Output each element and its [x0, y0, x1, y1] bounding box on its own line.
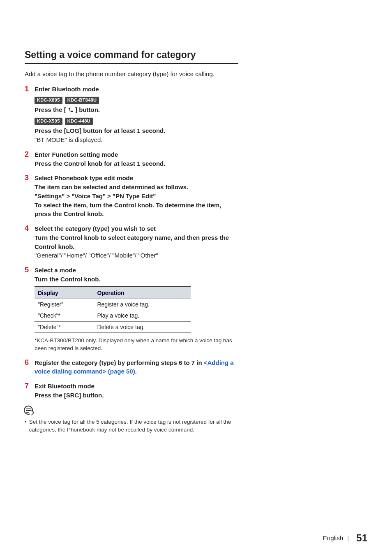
page-content: Setting a voice command for category Add…	[0, 0, 263, 450]
table-cell: "Delete"*	[35, 321, 94, 332]
step-title: Enter Bluetooth mode	[35, 85, 238, 94]
step-body: Enter Bluetooth mode KDC-X895 KDC-BT848U…	[35, 85, 238, 144]
badge: KDC-X895	[35, 97, 62, 104]
step-1: 1 Enter Bluetooth mode KDC-X895 KDC-BT84…	[25, 85, 238, 144]
step-instruction: Turn the Control knob.	[35, 275, 238, 284]
step-instruction: Press the [LOG] button for at least 1 se…	[35, 126, 238, 135]
step-instruction: To select the item, turn the Control kno…	[35, 201, 238, 219]
table-row: "Check"* Play a voice tag.	[35, 310, 191, 321]
step-2: 2 Enter Function setting mode Press the …	[25, 150, 238, 168]
step-body: Select the category (type) you wish to s…	[35, 224, 238, 260]
step-number: 2	[25, 150, 30, 159]
step-number: 7	[25, 382, 30, 391]
phone-icon	[68, 106, 74, 115]
note-block: • Set the voice tag for all the 5 catego…	[25, 406, 238, 434]
step-title: Enter Function setting mode	[35, 150, 238, 159]
step-title: Select a mode	[35, 266, 238, 275]
step-title: Register the category (type) by performi…	[35, 358, 238, 376]
step-body: Select a mode Turn the Control knob. Dis…	[35, 266, 238, 334]
badge: KDC-448U	[65, 118, 93, 125]
step-description: "BT MODE" is displayed.	[35, 135, 238, 144]
step-body: Register the category (type) by performi…	[35, 358, 238, 376]
table-header: Display	[35, 287, 94, 299]
step-5: 5 Select a mode Turn the Control knob. D…	[25, 266, 238, 352]
table-footnote: *KCA-BT300/BT200 only. Displayed only wh…	[35, 337, 238, 353]
modes-table: Display Operation "Register" Register a …	[35, 286, 191, 333]
step-instruction: Press the Control knob for at least 1 se…	[35, 159, 238, 168]
step-title: Exit Bluetooth mode	[35, 382, 238, 391]
step-7: 7 Exit Bluetooth mode Press the [SRC] bu…	[25, 382, 238, 400]
step-number: 1	[25, 85, 30, 94]
model-badges: KDC-X895 KDC-BT848U	[35, 95, 238, 104]
step-title: Select Phonebook type edit mode	[35, 174, 238, 183]
table-cell: "Register"	[35, 299, 94, 310]
chevron-right-icon: >	[66, 192, 70, 201]
table-cell: Register a voice tag.	[94, 299, 191, 310]
table-row: "Delete"* Delete a voice tag.	[35, 321, 191, 332]
step-body: Enter Function setting mode Press the Co…	[35, 150, 238, 168]
table-cell: Play a voice tag.	[94, 310, 191, 321]
step-3: 3 Select Phonebook type edit mode The it…	[25, 174, 238, 218]
table-row: "Register" Register a voice tag.	[35, 299, 191, 310]
steps-list: 1 Enter Bluetooth mode KDC-X895 KDC-BT84…	[25, 85, 238, 400]
badge: KDC-X595	[35, 118, 62, 125]
step-title: Select the category (type) you wish to s…	[35, 224, 238, 233]
model-badges: KDC-X595 KDC-448U	[35, 116, 238, 125]
step-body: Select Phonebook type edit mode The item…	[35, 174, 238, 218]
step-body: Exit Bluetooth mode Press the [SRC] butt…	[35, 382, 238, 400]
step-path: "Settings">"Voice Tag">"PN Type Edit"	[35, 192, 238, 201]
step-4: 4 Select the category (type) you wish to…	[25, 224, 238, 260]
step-instruction: Press the [ ] button.	[35, 105, 238, 115]
chevron-right-icon: >	[107, 192, 111, 201]
table-cell: "Check"*	[35, 310, 94, 321]
step-number: 6	[25, 358, 30, 367]
section-title: Setting a voice command for category	[25, 49, 238, 64]
note-text: • Set the voice tag for all the 5 catego…	[25, 418, 238, 434]
step-number: 3	[25, 174, 30, 183]
page-number: 51	[356, 532, 367, 543]
section-intro: Add a voice tag to the phone number cate…	[25, 70, 238, 78]
step-6: 6 Register the category (type) by perfor…	[25, 358, 238, 376]
table-cell: Delete a voice tag.	[94, 321, 191, 332]
note-icon	[24, 406, 33, 415]
step-description: "General"/ "Home"/ "Office"/ "Mobile"/ "…	[35, 251, 238, 260]
step-instruction: The item can be selected and determined …	[35, 183, 238, 192]
step-instruction: Press the [SRC] button.	[35, 391, 238, 400]
step-instruction: Turn the Control knob to select category…	[35, 233, 238, 251]
footer-language: English	[323, 534, 343, 541]
separator-icon: |	[347, 534, 349, 541]
table-header: Operation	[94, 287, 191, 299]
step-number: 5	[25, 266, 30, 275]
bullet-icon: •	[25, 418, 27, 434]
step-number: 4	[25, 224, 30, 233]
page-footer: English | 51	[323, 532, 367, 544]
badge: KDC-BT848U	[65, 97, 99, 104]
